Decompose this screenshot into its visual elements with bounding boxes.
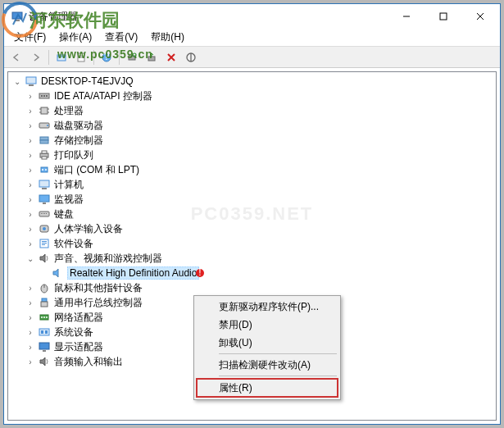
tree-label: 通用串行总线控制器 bbox=[54, 296, 143, 310]
tree-label: 键盘 bbox=[54, 207, 74, 221]
tree-root[interactable]: ⌄ DESKTOP-T4EJVJQ bbox=[8, 74, 496, 89]
tb-scan[interactable] bbox=[123, 48, 141, 66]
svg-point-36 bbox=[42, 169, 43, 171]
svg-rect-64 bbox=[41, 330, 43, 334]
svg-rect-30 bbox=[40, 137, 48, 140]
monitor-icon bbox=[38, 193, 51, 206]
svg-rect-31 bbox=[40, 140, 48, 143]
svg-rect-18 bbox=[29, 84, 34, 86]
expand-icon[interactable]: › bbox=[25, 341, 36, 353]
close-button[interactable] bbox=[461, 5, 498, 28]
tree-label: 系统设备 bbox=[54, 326, 93, 339]
svg-rect-51 bbox=[42, 243, 47, 244]
tree-label: 处理器 bbox=[54, 104, 84, 118]
tb-update-driver[interactable] bbox=[143, 48, 161, 66]
expand-icon[interactable]: › bbox=[25, 238, 36, 249]
tree-label: 计算机 bbox=[54, 178, 84, 192]
tree-label: 网络适配器 bbox=[54, 311, 103, 325]
ctx-disable[interactable]: 禁用(D) bbox=[196, 316, 338, 334]
menu-help[interactable]: 帮助(H) bbox=[144, 29, 191, 46]
svg-rect-50 bbox=[42, 241, 47, 242]
expand-icon[interactable]: › bbox=[25, 356, 36, 367]
tree-category[interactable]: ›人体学输入设备 bbox=[8, 221, 496, 236]
tree-category[interactable]: ›键盘 bbox=[8, 207, 496, 221]
keyboard-icon bbox=[38, 207, 51, 221]
tree-category[interactable]: ›IDE ATA/ATAPI 控制器 bbox=[8, 89, 496, 103]
hid-icon bbox=[38, 222, 51, 235]
usb-icon bbox=[38, 296, 51, 309]
tree-category[interactable]: ›端口 (COM 和 LPT) bbox=[8, 162, 496, 177]
expand-icon[interactable]: › bbox=[25, 105, 36, 116]
expand-icon[interactable]: › bbox=[25, 164, 36, 175]
tb-help[interactable]: ? bbox=[98, 48, 116, 66]
tb-show-hidden[interactable] bbox=[52, 48, 70, 66]
maximize-button[interactable] bbox=[425, 5, 461, 28]
tree-category[interactable]: ›软件设备 bbox=[8, 236, 496, 251]
tree-category[interactable]: ›监视器 bbox=[8, 192, 496, 207]
svg-rect-3 bbox=[440, 13, 447, 20]
svg-rect-40 bbox=[39, 195, 49, 202]
tree-category[interactable]: ›磁盘驱动器 bbox=[8, 118, 496, 133]
tree-device-selected[interactable]: Realtek High Definition Audio! bbox=[8, 266, 496, 280]
forward-button[interactable] bbox=[27, 48, 45, 66]
svg-rect-67 bbox=[43, 350, 46, 352]
tree-label: 存储控制器 bbox=[54, 134, 103, 148]
svg-text:?: ? bbox=[104, 52, 110, 62]
menu-file[interactable]: 文件(F) bbox=[7, 29, 52, 46]
tree-category[interactable]: ›计算机 bbox=[8, 177, 496, 192]
toolbar: ? bbox=[4, 47, 500, 68]
expand-icon[interactable]: › bbox=[25, 326, 36, 338]
svg-rect-66 bbox=[39, 343, 49, 349]
menu-view[interactable]: 查看(V) bbox=[98, 29, 144, 46]
separator bbox=[119, 50, 120, 65]
ctx-uninstall[interactable]: 卸载(U) bbox=[196, 334, 338, 352]
expand-icon[interactable]: › bbox=[25, 90, 36, 102]
spacer bbox=[38, 267, 49, 279]
expand-icon[interactable]: › bbox=[25, 223, 36, 234]
expand-icon[interactable]: › bbox=[25, 208, 36, 220]
tree-label: 监视器 bbox=[54, 193, 84, 207]
svg-point-48 bbox=[43, 227, 46, 230]
expand-icon[interactable]: › bbox=[25, 134, 36, 146]
window-title: 设备管理器 bbox=[29, 10, 388, 24]
svg-point-37 bbox=[45, 169, 47, 171]
svg-rect-0 bbox=[12, 12, 22, 19]
ide-icon bbox=[38, 89, 51, 102]
expand-icon[interactable]: › bbox=[25, 297, 36, 308]
tree-category[interactable]: ›处理器 bbox=[8, 103, 496, 118]
tree-category-expanded[interactable]: ⌄声音、视频和游戏控制器 bbox=[8, 251, 496, 266]
tb-disable[interactable] bbox=[182, 48, 200, 66]
titlebar[interactable]: 设备管理器 bbox=[4, 4, 500, 29]
ctx-scan[interactable]: 扫描检测硬件改动(A) bbox=[196, 356, 338, 374]
ctx-update-driver[interactable]: 更新驱动程序软件(P)... bbox=[196, 298, 338, 316]
tb-uninstall[interactable] bbox=[162, 48, 180, 66]
tree-category[interactable]: ›存储控制器 bbox=[8, 133, 496, 148]
collapse-icon[interactable]: ⌄ bbox=[11, 75, 23, 87]
svg-rect-22 bbox=[46, 95, 48, 97]
svg-rect-39 bbox=[42, 188, 47, 189]
tb-properties[interactable] bbox=[72, 48, 90, 66]
printer-icon bbox=[38, 148, 51, 162]
tree-root-label: DESKTOP-T4EJVJQ bbox=[41, 75, 133, 87]
expand-icon[interactable]: › bbox=[25, 179, 36, 190]
minimize-button[interactable] bbox=[388, 5, 425, 28]
svg-rect-44 bbox=[43, 213, 43, 214]
svg-text:!: ! bbox=[199, 267, 202, 278]
ctx-properties[interactable]: 属性(R) bbox=[196, 378, 338, 398]
tree-category[interactable]: ›打印队列 bbox=[8, 148, 496, 162]
tree-label: 鼠标和其他指针设备 bbox=[54, 281, 143, 295]
svg-rect-34 bbox=[42, 157, 47, 159]
computer-icon bbox=[25, 75, 38, 88]
expand-icon[interactable]: › bbox=[25, 120, 36, 131]
expand-icon[interactable]: › bbox=[25, 282, 36, 294]
separator bbox=[219, 353, 337, 354]
back-button[interactable] bbox=[7, 48, 25, 66]
storage-icon bbox=[38, 134, 51, 147]
expand-icon[interactable]: › bbox=[25, 194, 36, 205]
menu-action[interactable]: 操作(A) bbox=[52, 29, 98, 46]
tree-category[interactable]: ›鼠标和其他指针设备 bbox=[8, 280, 496, 295]
collapse-icon[interactable]: ⌄ bbox=[25, 253, 36, 264]
svg-rect-45 bbox=[44, 213, 45, 214]
expand-icon[interactable]: › bbox=[25, 312, 36, 323]
expand-icon[interactable]: › bbox=[25, 149, 36, 161]
